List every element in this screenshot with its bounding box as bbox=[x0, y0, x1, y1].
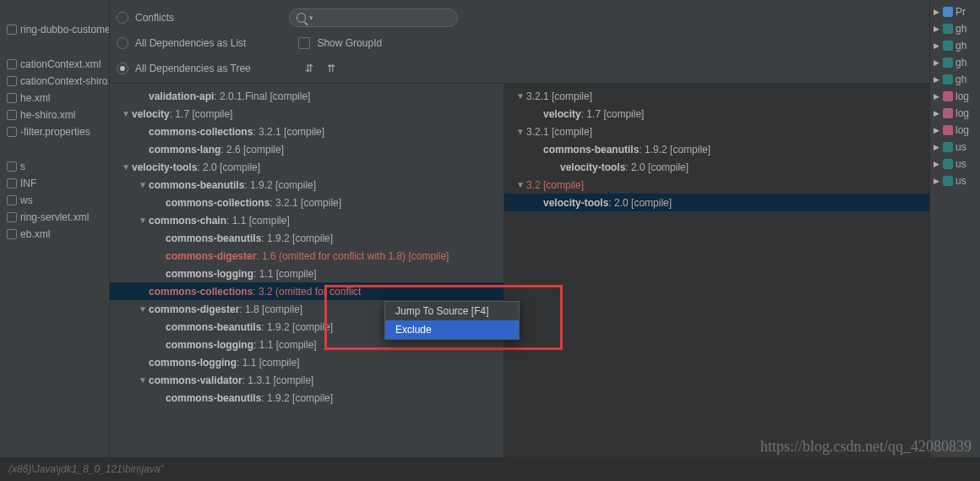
expand-all-icon[interactable]: ⇵ bbox=[302, 61, 317, 76]
maven-item[interactable]: ▶us bbox=[930, 139, 980, 156]
expand-arrow-icon[interactable]: ▼ bbox=[516, 91, 525, 101]
tree-node[interactable]: commons-digester : 1.6 (omitted for conf… bbox=[110, 247, 504, 265]
tree-node[interactable]: ▼velocity : 1.7 [compile] bbox=[110, 105, 504, 123]
tree-node[interactable]: ▼commons-validator : 1.3.1 [compile] bbox=[110, 371, 504, 389]
expand-arrow-icon[interactable]: ▶ bbox=[934, 25, 940, 33]
project-file-item[interactable]: INF bbox=[0, 175, 109, 192]
maven-item[interactable]: ▶log bbox=[930, 88, 980, 105]
tree-node[interactable]: commons-beanutils : 1.9.2 [compile] bbox=[504, 140, 929, 158]
expand-arrow-icon[interactable]: ▼ bbox=[139, 180, 147, 189]
tree-node[interactable]: velocity-tools : 2.0 [compile] bbox=[504, 158, 929, 176]
maven-item[interactable]: ▶Pr bbox=[930, 3, 980, 20]
tree-node[interactable]: ▼3.2.1 [compile] bbox=[504, 123, 929, 140]
project-file-item[interactable] bbox=[0, 3, 109, 21]
file-label: cationContext-shiro.xm bbox=[20, 75, 109, 87]
tree-node[interactable]: validation-api: 2.0.1.Final [compile] bbox=[110, 87, 504, 105]
project-file-item[interactable]: -filter.properties bbox=[0, 123, 109, 140]
file-label: ring-servlet.xml bbox=[20, 211, 89, 223]
show-groupid-checkbox[interactable] bbox=[298, 37, 310, 49]
tree-node[interactable]: commons-beanutils : 1.9.2 [compile] bbox=[110, 229, 504, 247]
project-file-item[interactable] bbox=[0, 38, 109, 56]
tree-node[interactable]: ▼3.2 [compile] bbox=[504, 176, 929, 194]
file-icon bbox=[7, 59, 17, 69]
node-name: commons-chain bbox=[149, 215, 226, 227]
maven-item[interactable]: ▶us bbox=[930, 172, 980, 189]
tree-node[interactable]: ▼commons-chain : 1.1 [compile] bbox=[110, 211, 504, 229]
node-name: velocity bbox=[543, 108, 581, 120]
maven-item[interactable]: ▶gh bbox=[930, 54, 980, 71]
tree-node[interactable]: commons-lang : 2.6 [compile] bbox=[110, 140, 504, 158]
maven-item[interactable]: ▶gh bbox=[930, 71, 980, 88]
expand-arrow-icon[interactable]: ▼ bbox=[516, 180, 525, 189]
expand-arrow-icon[interactable]: ▶ bbox=[934, 41, 940, 50]
node-version: : 3.2.1 [compile] bbox=[270, 197, 341, 209]
expand-arrow-icon[interactable]: ▶ bbox=[934, 160, 940, 168]
expand-arrow-icon[interactable]: ▼ bbox=[139, 375, 147, 385]
node-version: : 2.0 [compile] bbox=[197, 161, 260, 173]
expand-arrow-icon[interactable]: ▶ bbox=[934, 8, 940, 16]
maven-item[interactable]: ▶gh bbox=[930, 37, 980, 54]
expand-arrow-icon[interactable]: ▶ bbox=[934, 75, 940, 84]
tree-node[interactable]: commons-logging : 1.1 [compile] bbox=[110, 353, 504, 371]
ctx-jump-to-source[interactable]: Jump To Source [F4] bbox=[385, 302, 519, 320]
tree-node[interactable]: commons-beanutils : 1.9.2 [compile] bbox=[110, 389, 504, 407]
maven-item[interactable]: ▶us bbox=[930, 156, 980, 172]
project-file-item[interactable]: eb.xml bbox=[0, 226, 109, 243]
tree-node[interactable]: commons-collections : 3.2.1 [compile] bbox=[110, 123, 504, 140]
expand-arrow-icon[interactable]: ▶ bbox=[934, 177, 940, 185]
node-name: commons-digester bbox=[149, 303, 239, 315]
maven-item[interactable]: ▶gh bbox=[930, 20, 980, 37]
ctx-exclude[interactable]: Exclude bbox=[385, 320, 519, 339]
tree-node[interactable]: ▼commons-beanutils : 1.9.2 [compile] bbox=[110, 176, 504, 194]
module-label: gh bbox=[956, 23, 966, 35]
project-file-item[interactable]: cationContext.xml bbox=[0, 56, 109, 73]
tree-node[interactable]: ▼3.2.1 [compile] bbox=[504, 87, 929, 105]
collapse-all-icon[interactable]: ⇈ bbox=[324, 61, 339, 76]
tree-node[interactable]: commons-collections : 3.2 (omitted for c… bbox=[110, 282, 504, 300]
maven-item[interactable]: ▶log bbox=[930, 122, 980, 139]
dependencies-tree-left[interactable]: validation-api: 2.0.1.Final [compile]▼ve… bbox=[110, 84, 504, 457]
tree-node[interactable]: velocity-tools : 2.0 [compile] bbox=[504, 194, 929, 211]
tree-node[interactable]: velocity : 1.7 [compile] bbox=[504, 105, 929, 123]
all-deps-tree-label: All Dependencies as Tree bbox=[135, 63, 251, 74]
conflicts-radio[interactable] bbox=[117, 12, 128, 24]
tree-node[interactable]: commons-collections : 3.2.1 [compile] bbox=[110, 194, 504, 211]
module-icon bbox=[943, 176, 953, 186]
project-file-item[interactable]: ws bbox=[0, 192, 109, 209]
project-file-item[interactable]: ring-servlet.xml bbox=[0, 209, 109, 226]
all-deps-list-radio[interactable] bbox=[117, 37, 128, 49]
module-icon bbox=[943, 108, 953, 118]
node-name: commons-logging bbox=[149, 357, 237, 369]
dependencies-tree-right[interactable]: ▼3.2.1 [compile]velocity : 1.7 [compile]… bbox=[504, 84, 929, 457]
project-file-item[interactable]: he.xml bbox=[0, 90, 109, 107]
module-label: gh bbox=[956, 57, 966, 68]
project-file-item[interactable]: ring-dubbo-customer bbox=[0, 21, 109, 38]
node-version: : 1.9.2 [compile] bbox=[639, 144, 710, 156]
expand-arrow-icon[interactable]: ▶ bbox=[934, 58, 940, 67]
expand-arrow-icon[interactable]: ▼ bbox=[516, 127, 525, 136]
module-icon bbox=[943, 142, 953, 152]
project-file-item[interactable]: cationContext-shiro.xm bbox=[0, 73, 109, 90]
expand-arrow-icon[interactable]: ▼ bbox=[122, 109, 130, 118]
tree-node[interactable]: commons-logging : 1.1 [compile] bbox=[110, 265, 504, 282]
expand-arrow-icon[interactable]: ▼ bbox=[122, 162, 130, 172]
expand-arrow-icon[interactable]: ▶ bbox=[934, 126, 940, 134]
project-file-item[interactable]: s bbox=[0, 158, 109, 175]
all-deps-tree-radio[interactable] bbox=[117, 63, 128, 74]
project-file-item[interactable]: he-shiro.xml bbox=[0, 107, 109, 123]
search-input[interactable] bbox=[317, 12, 450, 24]
project-file-item[interactable] bbox=[0, 140, 109, 158]
tree-node[interactable]: ▼velocity-tools : 2.0 [compile] bbox=[110, 158, 504, 176]
expand-arrow-icon[interactable]: ▶ bbox=[934, 92, 940, 101]
node-version: : 1.7 [compile] bbox=[170, 108, 233, 120]
maven-tool-window[interactable]: ▶Pr▶gh▶gh▶gh▶gh▶log▶log▶log▶us▶us▶us bbox=[929, 0, 980, 481]
expand-arrow-icon[interactable]: ▼ bbox=[139, 216, 147, 225]
expand-arrow-icon[interactable]: ▶ bbox=[934, 109, 940, 118]
expand-arrow-icon[interactable]: ▼ bbox=[139, 304, 147, 314]
expand-arrow-icon[interactable]: ▶ bbox=[934, 143, 940, 151]
module-label: gh bbox=[956, 40, 966, 52]
project-files-panel[interactable]: ring-dubbo-customercationContext.xmlcati… bbox=[0, 0, 110, 481]
file-label: -filter.properties bbox=[20, 126, 90, 138]
search-box[interactable]: ▾ bbox=[289, 8, 458, 27]
maven-item[interactable]: ▶log bbox=[930, 105, 980, 122]
